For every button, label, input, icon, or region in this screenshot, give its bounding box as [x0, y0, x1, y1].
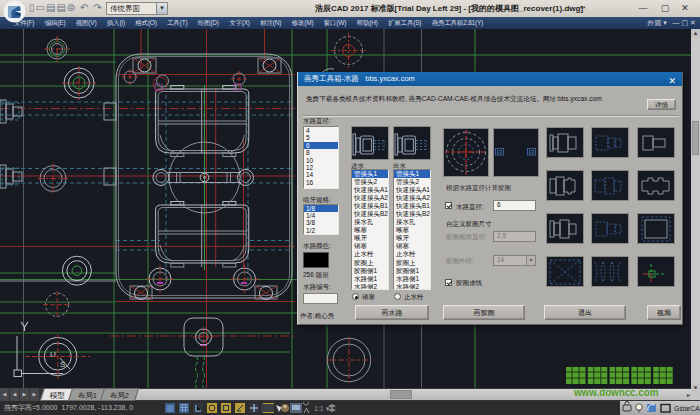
- svg-text:U: U: [50, 350, 56, 359]
- svg-text:GstarCAD: GstarCAD: [674, 405, 700, 412]
- svg-text:1:1 ▾: 1:1 ▾: [314, 405, 330, 412]
- svg-text:S: S: [60, 360, 65, 369]
